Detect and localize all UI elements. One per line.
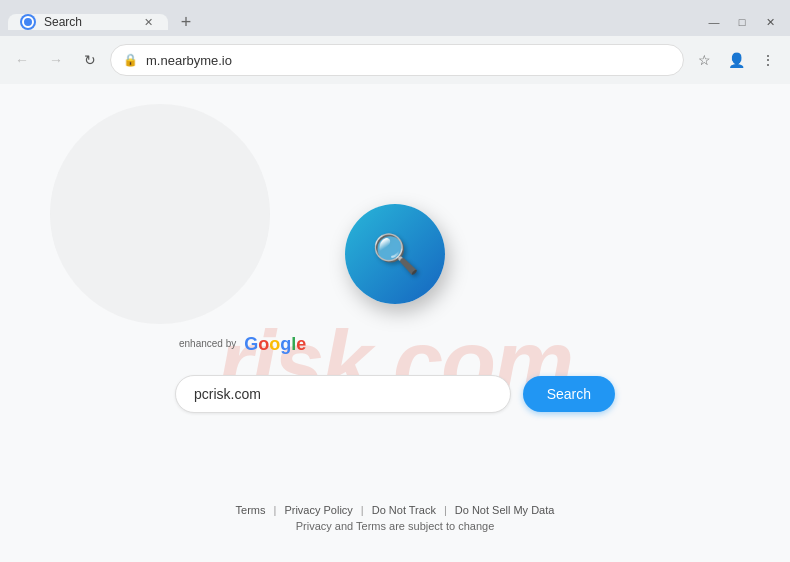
footer-note: Privacy and Terms are subject to change xyxy=(296,520,495,532)
google-logo: Google xyxy=(244,334,306,355)
search-row: enhanced by Google xyxy=(175,334,615,355)
address-bar-actions: ☆ 👤 ⋮ xyxy=(690,46,782,74)
privacy-policy-link[interactable]: Privacy Policy xyxy=(284,504,352,516)
terms-link[interactable]: Terms xyxy=(236,504,266,516)
forward-button[interactable]: → xyxy=(42,46,70,74)
window-controls: — □ ✕ xyxy=(702,12,782,32)
active-tab[interactable]: Search ✕ xyxy=(8,14,168,30)
new-tab-button[interactable]: + xyxy=(172,8,200,36)
address-bar-row: ← → ↻ 🔒 m.nearbyme.io ☆ 👤 ⋮ xyxy=(0,36,790,84)
maximize-button[interactable]: □ xyxy=(730,12,754,32)
search-form: pcrisk.com Search xyxy=(175,375,615,413)
menu-button[interactable]: ⋮ xyxy=(754,46,782,74)
search-logo-icon: 🔍 xyxy=(372,232,419,276)
back-button[interactable]: ← xyxy=(8,46,36,74)
profile-button[interactable]: 👤 xyxy=(722,46,750,74)
lock-icon: 🔒 xyxy=(123,53,138,67)
logo-circle: 🔍 xyxy=(345,204,445,304)
search-button[interactable]: Search xyxy=(523,376,615,412)
page-content: risk.com 🔍 enhanced by Google pcrisk.com… xyxy=(0,84,790,562)
tab-favicon xyxy=(20,14,36,30)
tab-close-button[interactable]: ✕ xyxy=(140,14,156,30)
bookmark-button[interactable]: ☆ xyxy=(690,46,718,74)
url-text: m.nearbyme.io xyxy=(146,53,671,68)
footer-links: Terms | Privacy Policy | Do Not Track | … xyxy=(236,504,555,532)
search-input-wrapper[interactable]: pcrisk.com xyxy=(175,375,511,413)
do-not-sell-link[interactable]: Do Not Sell My Data xyxy=(455,504,555,516)
search-input[interactable]: pcrisk.com xyxy=(194,386,492,402)
google-branding: enhanced by Google xyxy=(179,334,306,355)
tab-title: Search xyxy=(44,15,132,29)
minimize-button[interactable]: — xyxy=(702,12,726,32)
do-not-track-link[interactable]: Do Not Track xyxy=(372,504,436,516)
footer-links-row: Terms | Privacy Policy | Do Not Track | … xyxy=(236,504,555,516)
close-button[interactable]: ✕ xyxy=(758,12,782,32)
enhanced-by-text: enhanced by xyxy=(179,338,236,350)
search-container: 🔍 enhanced by Google pcrisk.com Search xyxy=(175,204,615,413)
browser-chrome: Search ✕ + — □ ✕ ← → ↻ 🔒 m.nearbyme.io ☆… xyxy=(0,0,790,84)
refresh-button[interactable]: ↻ xyxy=(76,46,104,74)
title-bar: Search ✕ + — □ ✕ xyxy=(0,0,790,36)
address-bar[interactable]: 🔒 m.nearbyme.io xyxy=(110,44,684,76)
